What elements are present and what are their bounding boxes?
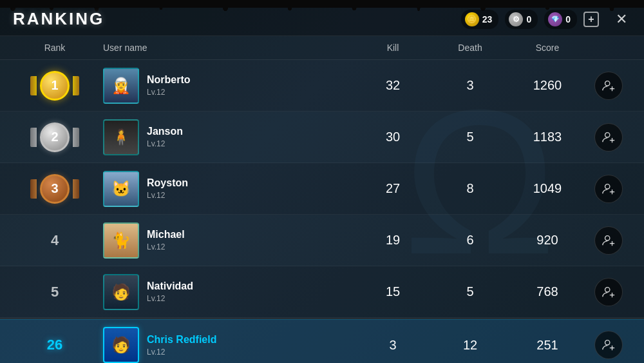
add-friend-button-5[interactable] [594,278,623,306]
player-name-3: Royston [147,177,188,189]
rank-number-2: 2 [40,123,70,152]
action-4 [586,226,631,255]
col-username: User name [97,43,354,53]
player-cell-26: 🧑 Chris Redfield Lv.12 [97,327,354,363]
rank-number-5: 5 [51,284,59,300]
page-title: RANKING [13,9,104,29]
rank-number-26: 26 [47,337,62,353]
kill-5: 15 [354,284,431,299]
action-5 [586,278,631,306]
score-26: 251 [509,338,586,353]
col-action [586,43,631,53]
player-info-5: Natividad Lv.12 [147,280,193,303]
gold-value: 23 [482,14,493,25]
header: RANKING 🪙 23 ⚙ 0 💎 0 + ✕ [0,0,644,36]
rank-number-1: 1 [40,71,70,101]
svg-point-3 [605,132,610,137]
kill-2: 30 [354,130,431,144]
table-header: Rank User name Kill Death Score [0,36,644,60]
avatar-5: 🧑 [103,274,139,310]
svg-point-9 [605,235,610,240]
col-rank: Rank [13,43,97,53]
player-level-3: Lv.12 [147,191,188,200]
player-name-4: Michael [147,229,185,240]
action-2 [586,123,631,152]
table-row: 2 🧍 Janson Lv.12 30 5 1183 [0,112,644,163]
header-right: 🪙 23 ⚙ 0 💎 0 + ✕ [461,10,631,29]
gold-currency: 🪙 23 [461,10,499,29]
add-friend-button-26[interactable] [594,331,623,359]
player-cell-3: 🐱 Royston Lv.12 [97,171,354,207]
kill-1: 32 [354,78,431,93]
avatar-2: 🧍 [103,119,139,155]
avatar-26: 🧑 [103,327,139,363]
death-4: 6 [431,233,509,248]
death-3: 8 [431,181,509,196]
player-level-1: Lv.12 [147,88,191,97]
add-currency-button[interactable]: + [583,12,599,27]
avatar-1: 🧝 [103,68,139,104]
medal-silver: 2 [35,118,74,157]
action-1 [586,72,631,100]
avatar-4: 🐈 [103,222,139,259]
action-3 [586,175,631,203]
gold-icon: 🪙 [465,12,479,26]
death-2: 5 [431,130,509,144]
rank-number-3: 3 [40,174,70,204]
silver-icon: ⚙ [509,12,523,26]
player-info-3: Royston Lv.12 [147,177,188,200]
player-name-5: Natividad [147,280,193,292]
score-4: 920 [509,233,586,248]
col-death: Death [431,43,509,53]
table-row: 4 🐈 Michael Lv.12 19 6 920 [0,215,644,266]
kill-3: 27 [354,181,431,196]
rank-cell-26: 26 [13,337,97,353]
medal-gold: 1 [35,66,74,105]
death-5: 5 [431,284,509,299]
player-info-26: Chris Redfield Lv.12 [147,334,216,357]
rank-cell-5: 5 [13,284,97,300]
add-friend-button-3[interactable] [594,175,623,203]
player-name-1: Norberto [147,74,191,86]
action-26 [586,331,631,359]
col-score: Score [509,43,586,53]
player-cell-4: 🐈 Michael Lv.12 [97,222,354,259]
player-level-26: Lv.12 [147,348,216,357]
player-info-2: Janson Lv.12 [147,126,183,148]
add-friend-button-4[interactable] [594,226,623,255]
avatar-3: 🐱 [103,171,139,207]
death-26: 12 [431,338,509,353]
rank-cell-1: 1 [13,66,97,105]
add-friend-button-1[interactable] [594,72,623,100]
add-friend-button-2[interactable] [594,123,623,152]
purple-icon: 💎 [548,12,562,26]
svg-point-0 [605,81,610,85]
player-level-5: Lv.12 [147,294,193,303]
player-name-2: Janson [147,126,183,137]
player-info-4: Michael Lv.12 [147,229,185,251]
player-cell-1: 🧝 Norberto Lv.12 [97,68,354,104]
kill-26: 3 [354,338,431,353]
player-cell-5: 🧑 Natividad Lv.12 [97,274,354,310]
rank-cell-2: 2 [13,118,97,157]
rank-number-4: 4 [51,232,59,249]
medal-bronze: 3 [35,170,74,208]
table-row: 5 🧑 Natividad Lv.12 15 5 768 [0,266,644,318]
score-5: 768 [509,284,586,299]
kill-4: 19 [354,233,431,248]
rank-cell-3: 3 [13,170,97,208]
player-level-4: Lv.12 [147,242,185,251]
table-row: 1 🧝 Norberto Lv.12 32 3 1260 [0,60,644,112]
score-3: 1049 [509,181,586,196]
player-info-1: Norberto Lv.12 [147,74,191,97]
player-name-26: Chris Redfield [147,334,216,346]
svg-point-15 [605,340,610,345]
close-button[interactable]: ✕ [612,10,631,29]
purple-currency: 💎 0 [544,10,577,29]
player-cell-2: 🧍 Janson Lv.12 [97,119,354,155]
col-kill: Kill [354,43,431,53]
purple-value: 0 [565,14,571,25]
table-body: 1 🧝 Norberto Lv.12 32 3 1260 [0,60,644,363]
table-row-current: 26 🧑 Chris Redfield Lv.12 3 12 251 [0,319,644,363]
table-row: 3 🐱 Royston Lv.12 27 8 1049 [0,163,644,215]
